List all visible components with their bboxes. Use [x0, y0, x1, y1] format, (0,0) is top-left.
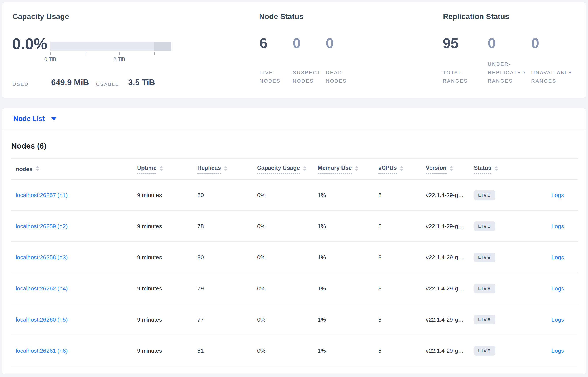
capacity-tick-mark	[119, 52, 120, 55]
unavailable-ranges-count: 0	[531, 35, 539, 51]
cluster-overview-page: Capacity Usage 0.0% 0 TiB 2 TiB USED 649…	[0, 0, 588, 377]
dead-nodes-label: DEAD NODES	[326, 69, 354, 85]
suspect-nodes-count: 0	[293, 35, 301, 51]
status-cell: LIVE	[474, 346, 495, 356]
vcpus-cell: 8	[378, 347, 381, 354]
capacity-bar-tail-segment	[154, 42, 172, 50]
memory-use-cell: 1%	[318, 316, 326, 323]
capacity-usage-cell: 0%	[257, 285, 266, 292]
logs-link[interactable]: Logs	[552, 316, 564, 323]
table-row: localhost:26260 (n5) 9 minutes 77 0% 1% …	[2, 304, 586, 335]
table-row: localhost:26262 (n4) 9 minutes 79 0% 1% …	[2, 273, 586, 304]
capacity-tick-mark	[85, 52, 85, 55]
node-address-link[interactable]: localhost:26259 (n2)	[16, 223, 68, 230]
memory-use-cell: 1%	[318, 223, 326, 230]
replication-status-title: Replication Status	[443, 12, 509, 21]
uptime-cell: 9 minutes	[137, 285, 162, 292]
usable-value: 3.5 TiB	[128, 78, 155, 87]
usable-label: USABLE	[96, 82, 119, 87]
version-cell: v22.1.4-29-g…	[426, 192, 464, 199]
status-cell: LIVE	[474, 190, 495, 200]
capacity-tick-label: 0 TiB	[37, 56, 64, 62]
status-cell: LIVE	[474, 284, 495, 293]
memory-use-cell: 1%	[318, 192, 326, 199]
logs-link[interactable]: Logs	[552, 285, 564, 292]
status-badge: LIVE	[474, 346, 495, 356]
status-badge: LIVE	[474, 315, 495, 324]
capacity-usage-cell: 0%	[257, 223, 266, 230]
version-cell: v22.1.4-29-g…	[426, 254, 464, 261]
memory-use-cell: 1%	[318, 347, 326, 354]
live-nodes-count: 6	[259, 35, 268, 51]
uptime-cell: 9 minutes	[137, 223, 162, 230]
status-badge: LIVE	[474, 284, 495, 293]
replicas-cell: 81	[197, 347, 204, 354]
node-list-card: Node List Nodes (6) nodes Uptime Replica…	[2, 108, 586, 374]
status-cell: LIVE	[474, 252, 495, 262]
table-row: localhost:26261 (n6) 9 minutes 81 0% 1% …	[2, 335, 586, 366]
node-address-link[interactable]: localhost:26261 (n6)	[16, 347, 68, 354]
uptime-cell: 9 minutes	[137, 347, 162, 354]
replicas-cell: 80	[197, 192, 204, 199]
status-cell: LIVE	[474, 315, 495, 324]
unavailable-ranges-label: UNAVAILABLE RANGES	[531, 69, 582, 85]
under-replicated-ranges-count: 0	[488, 35, 496, 51]
under-replicated-ranges-label: UNDER-REPLICATED RANGES	[488, 60, 532, 85]
status-badge: LIVE	[474, 190, 495, 200]
status-badge: LIVE	[474, 252, 495, 262]
vcpus-cell: 8	[378, 223, 381, 230]
vcpus-cell: 8	[378, 285, 381, 292]
table-row: localhost:26257 (n1) 9 minutes 80 0% 1% …	[2, 179, 586, 211]
capacity-tick-label: 2 TiB	[106, 56, 133, 62]
uptime-cell: 9 minutes	[137, 192, 162, 199]
total-ranges-label: TOTAL RANGES	[443, 69, 478, 85]
table-row: localhost:26258 (n3) 9 minutes 80 0% 1% …	[2, 242, 586, 273]
version-cell: v22.1.4-29-g…	[426, 285, 464, 292]
memory-use-cell: 1%	[318, 254, 326, 261]
node-address-link[interactable]: localhost:26257 (n1)	[16, 192, 68, 199]
version-cell: v22.1.4-29-g…	[426, 347, 464, 354]
capacity-usage-cell: 0%	[257, 316, 266, 323]
cluster-summary-card: Capacity Usage 0.0% 0 TiB 2 TiB USED 649…	[2, 2, 586, 98]
status-cell: LIVE	[474, 221, 495, 231]
replicas-cell: 79	[197, 285, 204, 292]
logs-link[interactable]: Logs	[552, 347, 564, 354]
node-address-link[interactable]: localhost:26258 (n3)	[16, 254, 68, 261]
uptime-cell: 9 minutes	[137, 316, 162, 323]
replicas-cell: 80	[197, 254, 204, 261]
total-ranges-count: 95	[443, 35, 459, 51]
vcpus-cell: 8	[378, 192, 381, 199]
logs-link[interactable]: Logs	[552, 254, 564, 261]
node-status-title: Node Status	[259, 12, 304, 21]
capacity-usage-title: Capacity Usage	[12, 12, 69, 21]
capacity-usage-cell: 0%	[257, 192, 266, 199]
vcpus-cell: 8	[378, 254, 381, 261]
used-value: 649.9 MiB	[51, 78, 89, 87]
uptime-cell: 9 minutes	[137, 254, 162, 261]
capacity-bar	[50, 42, 172, 50]
node-address-link[interactable]: localhost:26262 (n4)	[16, 285, 68, 292]
logs-link[interactable]: Logs	[552, 223, 564, 230]
capacity-used-percent: 0.0%	[12, 35, 47, 53]
version-cell: v22.1.4-29-g…	[426, 223, 464, 230]
vcpus-cell: 8	[378, 316, 381, 323]
version-cell: v22.1.4-29-g…	[426, 316, 464, 323]
used-label: USED	[12, 82, 29, 87]
capacity-tick-mark	[154, 52, 154, 55]
capacity-tick-mark	[50, 52, 50, 55]
node-address-link[interactable]: localhost:26260 (n5)	[16, 316, 68, 323]
live-nodes-label: LIVE NODES	[259, 69, 288, 85]
suspect-nodes-label: SUSPECT NODES	[293, 69, 324, 85]
replicas-cell: 77	[197, 316, 204, 323]
table-row: localhost:26259 (n2) 9 minutes 78 0% 1% …	[2, 211, 586, 242]
status-badge: LIVE	[474, 221, 495, 231]
dead-nodes-count: 0	[326, 35, 334, 51]
capacity-usage-cell: 0%	[257, 254, 266, 261]
table-body: localhost:26257 (n1) 9 minutes 80 0% 1% …	[2, 108, 586, 374]
replicas-cell: 78	[197, 223, 204, 230]
logs-link[interactable]: Logs	[552, 192, 564, 199]
memory-use-cell: 1%	[318, 285, 326, 292]
capacity-usage-cell: 0%	[257, 347, 266, 354]
